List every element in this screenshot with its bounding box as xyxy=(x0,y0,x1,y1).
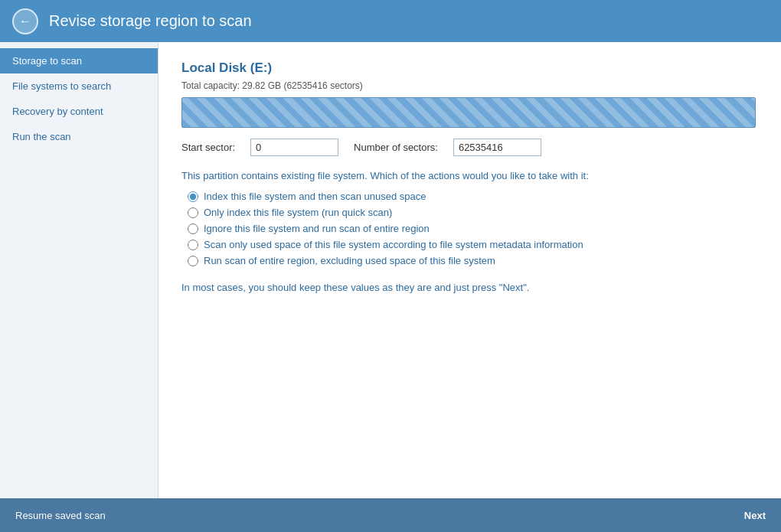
sector-row: Start sector: Number of sectors: xyxy=(181,139,758,156)
back-icon: ← xyxy=(19,15,31,28)
header-title: Revise storage region to scan xyxy=(49,12,252,30)
num-sectors-input[interactable] xyxy=(453,139,541,156)
start-sector-input[interactable] xyxy=(250,139,338,156)
back-button[interactable]: ← xyxy=(12,8,38,34)
sidebar-item-recovery-content[interactable]: Recovery by content xyxy=(0,99,158,124)
radio-option-4[interactable]: Scan only used space of this file system… xyxy=(188,239,758,250)
radio-option-2[interactable]: Only index this file system (run quick s… xyxy=(188,207,758,218)
sidebar-item-run-scan[interactable]: Run the scan xyxy=(0,124,158,149)
hint-link: you should keep these values as they are xyxy=(248,282,431,293)
resume-scan-button[interactable]: Resume saved scan xyxy=(15,510,106,521)
capacity-bar xyxy=(181,97,756,128)
hint-text: In most cases, you should keep these val… xyxy=(181,282,758,293)
radio-option-1[interactable]: Index this file system and then scan unu… xyxy=(188,191,758,202)
radio-option-3[interactable]: Ignore this file system and run scan of … xyxy=(188,223,758,234)
sidebar: Storage to scan File systems to search R… xyxy=(0,42,158,498)
radio-input-5[interactable] xyxy=(188,256,198,266)
radio-input-4[interactable] xyxy=(188,240,198,250)
next-button[interactable]: Next xyxy=(744,510,766,521)
content-area: Local Disk (E:) Total capacity: 29.82 GB… xyxy=(158,42,781,498)
main-layout: Storage to scan File systems to search R… xyxy=(0,42,781,498)
radio-group: Index this file system and then scan unu… xyxy=(181,191,758,266)
radio-input-3[interactable] xyxy=(188,224,198,234)
radio-input-2[interactable] xyxy=(188,207,198,218)
disk-title: Local Disk (E:) xyxy=(181,60,758,76)
partition-text: This partition contains existing file sy… xyxy=(181,170,758,181)
capacity-text: Total capacity: 29.82 GB (62535416 secto… xyxy=(181,80,758,91)
footer: Resume saved scan Next xyxy=(0,498,781,532)
start-sector-label: Start sector: xyxy=(181,142,235,153)
sidebar-item-file-systems[interactable]: File systems to search xyxy=(0,73,158,99)
radio-input-1[interactable] xyxy=(188,191,198,202)
header: ← Revise storage region to scan xyxy=(0,0,781,42)
radio-option-5[interactable]: Run scan of entire region, excluding use… xyxy=(188,255,758,266)
sidebar-item-storage-to-scan[interactable]: Storage to scan xyxy=(0,48,158,73)
num-sectors-label: Number of sectors: xyxy=(354,142,438,153)
